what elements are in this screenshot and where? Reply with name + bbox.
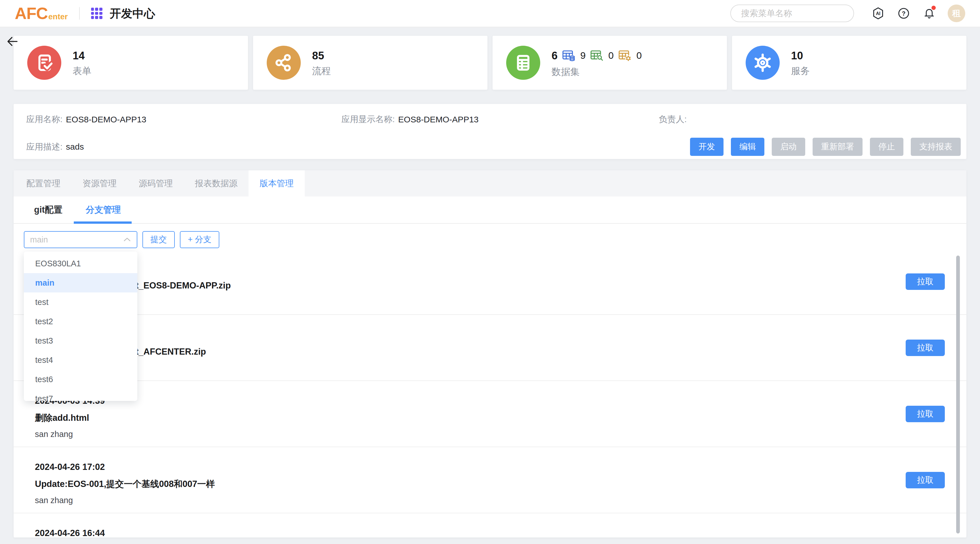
main-tabs: 配置管理 资源管理 源码管理 报表数据源 版本管理 <box>14 170 966 196</box>
report-support-button[interactable]: 支持报表 <box>911 138 961 156</box>
app-owner-label: 负责人: <box>659 113 687 125</box>
branch-option[interactable]: test7 <box>24 389 137 401</box>
sub-tabs: git配置 分支管理 <box>14 196 966 224</box>
app-desc-value: sads <box>66 142 84 152</box>
branch-select-value: main <box>30 235 48 244</box>
branch-option[interactable]: test3 <box>24 331 137 350</box>
header-divider <box>79 7 80 19</box>
commit-row: t_AFCENTER.zip 拉取 <box>14 315 966 381</box>
app-action-buttons: 开发 编辑 启动 重新部署 停止 支持报表 <box>690 138 961 156</box>
pull-button[interactable]: 拉取 <box>906 406 945 422</box>
commit-author <box>35 363 966 373</box>
start-button[interactable]: 启动 <box>772 138 805 156</box>
app-display-name-value: EOS8-DEMO-APP13 <box>398 115 478 124</box>
commit-date: 2024-06-03 14:39 <box>35 396 966 406</box>
flows-label: 流程 <box>312 66 331 75</box>
forms-count: 14 <box>73 50 91 61</box>
branch-dropdown: EOS830LA1 main test test2 test3 test4 te… <box>24 252 137 401</box>
tab-version-management[interactable]: 版本管理 <box>248 170 305 196</box>
version-management-panel: 配置管理 资源管理 源码管理 报表数据源 版本管理 git配置 分支管理 mai… <box>14 170 966 538</box>
redeploy-button[interactable]: 重新部署 <box>813 138 862 156</box>
dataset-table-icon <box>506 46 540 80</box>
dataset-config-count: 0 <box>636 50 642 61</box>
commit-date <box>35 330 966 340</box>
commit-title: 删除add.html <box>35 413 966 423</box>
tab-config-management[interactable]: 配置管理 <box>15 170 72 196</box>
branch-option[interactable]: test4 <box>24 350 137 370</box>
search-input[interactable] <box>741 8 851 18</box>
tab-source-management[interactable]: 源码管理 <box>128 170 184 196</box>
new-branch-button[interactable]: + 分支 <box>180 231 220 248</box>
commit-date: 2024-04-26 17:02 <box>35 462 966 472</box>
dataset-physical-count: 9 <box>580 50 585 61</box>
forms-label: 表单 <box>73 66 91 75</box>
branch-select[interactable]: main <box>24 231 137 248</box>
stat-card-services: 10 服务 <box>732 36 966 90</box>
branch-toolbar: main 提交 + 分支 <box>24 231 966 248</box>
branch-option-selected[interactable]: main <box>24 273 137 292</box>
back-button[interactable] <box>6 35 19 48</box>
logo-text-primary: AFC <box>15 5 48 22</box>
stat-card-datasets: 6 9 0 <box>493 36 727 90</box>
menu-search[interactable] <box>730 5 854 22</box>
svg-text:?: ? <box>902 10 905 17</box>
flow-share-icon <box>267 46 301 80</box>
branch-option[interactable]: test2 <box>24 312 137 331</box>
chevron-up-icon <box>123 237 131 242</box>
app-info-card: 应用名称: EOS8-DEMO-APP13 应用显示名称: EOS8-DEMO-… <box>14 104 966 159</box>
commit-row: t_EOS8-DEMO-APP.zip 拉取 <box>14 249 966 315</box>
commit-row: 2024-06-03 14:39 删除add.html san zhang 拉取 <box>14 381 966 447</box>
edit-button[interactable]: 编辑 <box>731 138 764 156</box>
dataset-config-icon <box>618 49 632 62</box>
commit-title: t_AFCENTER.zip <box>135 347 966 357</box>
commit-date: 2024-04-26 16:44 <box>35 528 966 538</box>
app-desc-label: 应用描述: <box>26 141 62 153</box>
pull-button[interactable]: 拉取 <box>906 273 945 290</box>
service-gear-icon <box>746 46 780 80</box>
datasets-count: 6 <box>552 50 558 61</box>
stat-card-row: 14 表单 85 流程 6 <box>14 36 966 90</box>
logo-text-suffix: enter <box>48 13 68 21</box>
commit-author <box>35 297 966 306</box>
commit-title: t_EOS8-DEMO-APP.zip <box>135 281 966 291</box>
branch-option[interactable]: test6 <box>24 370 137 389</box>
app-name-label: 应用名称: <box>26 113 62 125</box>
stat-card-flows: 85 流程 <box>253 36 487 90</box>
dataset-view-icon <box>590 49 604 62</box>
tab-resource-management[interactable]: 资源管理 <box>72 170 128 196</box>
commit-button[interactable]: 提交 <box>142 231 175 248</box>
form-icon <box>27 46 61 80</box>
commit-author: san zhang <box>35 429 966 439</box>
flows-count: 85 <box>312 50 331 61</box>
develop-button[interactable]: 开发 <box>690 138 724 156</box>
notification-bell-icon[interactable] <box>923 7 936 20</box>
commit-row: 2024-04-26 16:44 <box>14 513 966 538</box>
list-scrollbar-thumb[interactable] <box>956 255 960 533</box>
app-display-name-label: 应用显示名称: <box>341 113 395 125</box>
subtab-branch-management[interactable]: 分支管理 <box>86 196 121 223</box>
stop-button[interactable]: 停止 <box>870 138 904 156</box>
page-title: 开发中心 <box>110 6 155 21</box>
tab-report-datasource[interactable]: 报表数据源 <box>184 170 248 196</box>
dataset-physical-icon <box>562 49 576 62</box>
afcenter-logo[interactable]: AFC enter <box>15 5 68 22</box>
help-icon[interactable]: ? <box>897 7 910 20</box>
pull-button[interactable]: 拉取 <box>906 340 945 356</box>
branch-option[interactable]: EOS830LA1 <box>24 254 137 273</box>
services-count: 10 <box>791 50 810 61</box>
apps-grid-icon[interactable] <box>91 8 102 19</box>
subtab-git-config[interactable]: git配置 <box>34 196 62 223</box>
user-avatar[interactable]: 租 <box>948 5 965 22</box>
dataset-view-count: 0 <box>608 50 614 61</box>
stat-card-forms: 14 表单 <box>14 36 248 90</box>
commit-title: Update:EOS-001,提交一个基线008和007一样 <box>35 479 966 489</box>
commit-row: 2024-04-26 17:02 Update:EOS-001,提交一个基线00… <box>14 447 966 513</box>
commit-author: san zhang <box>35 495 966 505</box>
app-name-value: EOS8-DEMO-APP13 <box>66 115 146 124</box>
datasets-label: 数据集 <box>552 67 642 77</box>
pull-button[interactable]: 拉取 <box>906 472 945 488</box>
svg-text:AI: AI <box>876 11 880 16</box>
ai-assistant-icon[interactable]: AI <box>872 7 885 20</box>
branch-option[interactable]: test <box>24 292 137 312</box>
commit-date <box>35 263 966 274</box>
